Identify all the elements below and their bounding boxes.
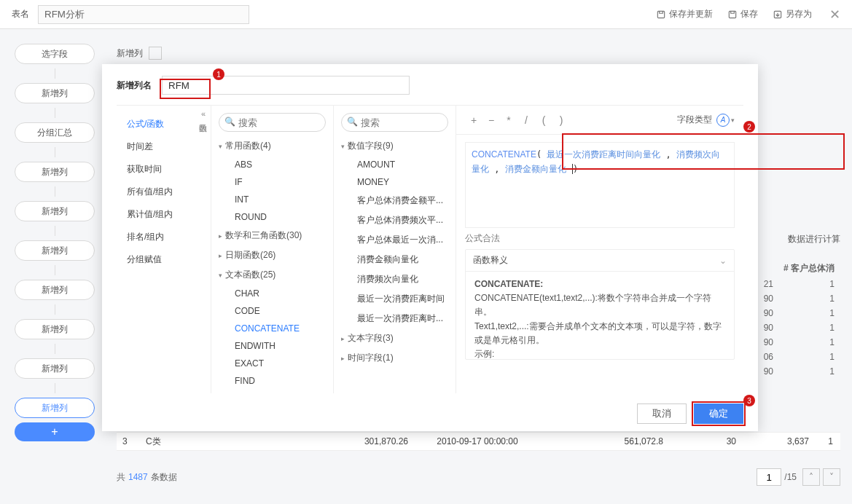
table-row: 901 — [749, 307, 839, 320]
category-tab[interactable]: 累计值/组内 — [117, 203, 211, 226]
tree-item[interactable]: 客户总体消费金额平... — [340, 191, 453, 210]
tree-item[interactable]: ENDWITH — [217, 337, 330, 355]
tree-item[interactable]: AMOUNT — [340, 156, 453, 173]
tree-item[interactable]: IF — [217, 173, 330, 191]
operator-button[interactable]: ( — [535, 114, 552, 126]
function-list-panel: 🔍 常用函数(4)ABSIFINTROUND数学和三角函数(30)日期函数(26… — [211, 106, 334, 393]
chevron-down-icon: ▾ — [731, 117, 735, 124]
step-pill[interactable]: 新增列 — [15, 201, 95, 221]
tree-item[interactable]: FORMAT — [217, 390, 330, 393]
save-and-update-button[interactable]: 保存并更新 — [656, 8, 713, 20]
chevron-down-icon[interactable]: ⌄ — [719, 256, 727, 266]
tree-item[interactable]: 最近一次消费距离时... — [340, 309, 453, 328]
category-tab[interactable]: 获取时间 — [117, 158, 211, 181]
tree-item[interactable]: CONCATENATE — [217, 320, 330, 337]
table-name-input[interactable] — [38, 5, 249, 24]
add-step-button[interactable]: + — [15, 422, 95, 441]
tree-item[interactable]: CHAR — [217, 285, 330, 302]
row-count: 1487 — [128, 472, 148, 482]
callout-badge-2: 2 — [743, 121, 755, 133]
category-tab[interactable]: 排名/组内 — [117, 226, 211, 248]
tree-item[interactable]: 消费频次向量化 — [340, 269, 453, 289]
definition-title: CONCATENATE: — [474, 277, 725, 291]
table-row: 061 — [749, 350, 839, 363]
page-next-button[interactable]: ˅ — [823, 468, 840, 486]
step-pill[interactable]: 新增列 — [15, 280, 95, 300]
tree-item[interactable]: FIND — [217, 372, 330, 390]
tree-item[interactable]: 客户总体消费频次平... — [340, 210, 453, 230]
operator-button[interactable]: ) — [552, 114, 570, 126]
callout-badge-3: 3 — [743, 395, 755, 406]
formula-valid-label: 公式合法 — [465, 232, 735, 245]
tree-item[interactable]: ROUND — [217, 208, 330, 226]
svg-rect-1 — [729, 11, 735, 17]
operator-button[interactable]: / — [517, 114, 535, 126]
page-prev-button[interactable]: ˄ — [802, 468, 820, 486]
step-pill[interactable]: 新增列 — [15, 319, 95, 339]
tree-item[interactable]: INT — [217, 191, 330, 208]
new-column-label: 新增列名 — [117, 79, 152, 92]
category-tab[interactable]: 分组赋值 — [117, 248, 211, 271]
tree-item[interactable]: 消费金额向量化 — [340, 250, 453, 269]
tree-group[interactable]: 文本函数(25) — [217, 265, 330, 285]
field-type-icon: A — [716, 114, 730, 127]
page-input[interactable] — [757, 468, 781, 486]
operator-toolbar: +−*/() 字段类型 A ▾ — [456, 106, 743, 135]
callout-badge-1: 1 — [213, 68, 224, 80]
close-icon[interactable]: ✕ — [829, 7, 840, 23]
tree-item[interactable]: EXACT — [217, 355, 330, 372]
table-row: 901 — [749, 321, 839, 334]
bg-right-header: 数据进行计算 — [788, 233, 840, 245]
svg-rect-0 — [657, 11, 664, 17]
tree-group[interactable]: 文本字段(3) — [340, 328, 453, 348]
step-pill[interactable]: 新增列 — [15, 358, 95, 379]
function-definition-panel: 函数释义 ⌄ CONCATENATE: CONCATENATE(text1,te… — [465, 249, 735, 360]
collapse-functions-toggle[interactable]: « 函数 — [199, 109, 208, 118]
op-icon-placeholder — [149, 47, 162, 60]
tree-group[interactable]: 数值字段(9) — [340, 136, 453, 156]
operator-button[interactable]: * — [500, 114, 517, 126]
step-rail: 选字段新增列分组汇总新增列新增列新增列新增列新增列新增列新增列+ — [0, 29, 109, 456]
field-type-selector[interactable]: 字段类型 A ▾ — [677, 114, 735, 127]
formula-editor-panel: +−*/() 字段类型 A ▾ CONCATENATE( 最近一次消费距离时间向… — [456, 106, 743, 393]
table-row: 211 — [749, 277, 839, 291]
table-row: 901 — [749, 365, 839, 378]
tree-group[interactable]: 常用函数(4) — [217, 136, 330, 156]
tree-group[interactable]: 时间字段(1) — [340, 348, 453, 368]
add-column-modal: 新增列名 公式/函数时间差获取时间所有值/组内累计值/组内排名/组内分组赋值 🔍… — [102, 64, 758, 431]
pager: 共 1487 条数据 /15 ˄ ˅ — [117, 466, 840, 488]
step-pill[interactable]: 新增列 — [15, 83, 95, 103]
category-tab[interactable]: 公式/函数 — [117, 113, 211, 135]
save-button[interactable]: 保存 — [727, 8, 758, 20]
tree-item[interactable]: MONEY — [340, 173, 453, 191]
ok-button[interactable]: 确定 — [694, 403, 743, 424]
definition-body: CONCATENATE(text1,text2,...):将数个字符串合并成一个… — [474, 291, 725, 359]
tree-group[interactable]: 数学和三角函数(30) — [217, 226, 330, 245]
step-pill[interactable]: 新增列 — [15, 240, 95, 261]
app-header: 表名 保存并更新 保存 另存为 ✕ — [0, 0, 852, 29]
field-list-panel: 🔍 数值字段(9)AMOUNTMONEY客户总体消费金额平...客户总体消费频次… — [334, 106, 456, 393]
tree-group[interactable]: 日期函数(26) — [217, 245, 330, 265]
tree-item[interactable]: 客户总体最近一次消... — [340, 230, 453, 250]
step-pill[interactable]: 选字段 — [15, 44, 95, 64]
category-tab[interactable]: 时间差 — [117, 135, 211, 158]
table-row: 901 — [749, 336, 839, 349]
operator-button[interactable]: − — [482, 114, 500, 126]
category-tab[interactable]: 所有值/组内 — [117, 181, 211, 203]
tree-item[interactable]: ABS — [217, 156, 330, 173]
tree-item[interactable]: CODE — [217, 302, 330, 320]
table-name-label: 表名 — [12, 8, 29, 20]
definition-header: 函数释义 — [473, 254, 508, 267]
formula-textarea[interactable]: CONCATENATE( 最近一次消费距离时间向量化 , 消费频次向量化 , 消… — [465, 142, 735, 228]
cancel-button[interactable]: 取消 — [637, 403, 687, 424]
peek-table: # 客户总体消 211901901901901061901 — [747, 259, 840, 379]
search-icon: 🔍 — [224, 117, 235, 127]
save-as-button[interactable]: 另存为 — [773, 8, 812, 20]
operator-button[interactable]: + — [465, 114, 482, 126]
new-column-name-input[interactable] — [162, 76, 410, 95]
formula-category-list: 公式/函数时间差获取时间所有值/组内累计值/组内排名/组内分组赋值 — [117, 106, 211, 393]
step-pill[interactable]: 新增列 — [15, 162, 95, 182]
step-pill[interactable]: 分组汇总 — [15, 122, 95, 143]
step-pill[interactable]: 新增列 — [15, 398, 95, 418]
tree-item[interactable]: 最近一次消费距离时间 — [340, 289, 453, 309]
